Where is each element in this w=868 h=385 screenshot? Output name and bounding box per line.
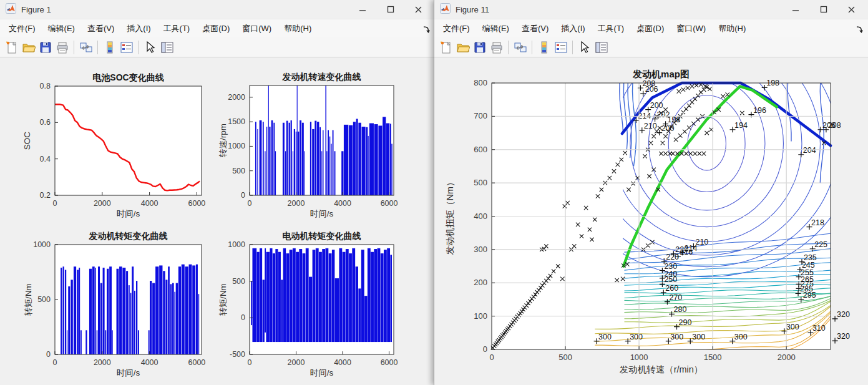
menu-item-desktop[interactable]: 桌面(D): [630, 20, 670, 37]
new-figure-button[interactable]: [437, 39, 454, 56]
svg-text:600: 600: [474, 145, 487, 154]
open-file-button[interactable]: [20, 39, 37, 56]
menu-bar: 文件(F)编辑(E)查看(V)插入(I)工具(T)桌面(D)窗口(W)帮助(H): [0, 19, 435, 37]
menu-item-desktop[interactable]: 桌面(D): [196, 20, 236, 37]
menu-item-view[interactable]: 查看(V): [515, 20, 555, 37]
link-plot-icon: [514, 41, 527, 54]
svg-text:320: 320: [837, 310, 850, 319]
minimize-button[interactable]: [348, 0, 376, 19]
close-button[interactable]: [837, 0, 866, 19]
save-figure-icon: [473, 41, 487, 54]
svg-text:208: 208: [828, 121, 841, 130]
svg-text:290: 290: [679, 318, 692, 327]
link-plot-button[interactable]: [512, 39, 529, 56]
svg-text:时间/s: 时间/s: [117, 368, 140, 378]
maximize-button[interactable]: [376, 0, 404, 19]
svg-text:320: 320: [837, 332, 850, 341]
menu-item-edit[interactable]: 编辑(E): [476, 20, 515, 37]
property-editor-icon: [160, 41, 174, 54]
svg-text:310: 310: [812, 324, 826, 333]
menu-item-window[interactable]: 窗口(W): [670, 20, 712, 37]
svg-text:1000: 1000: [228, 142, 245, 150]
menu-item-view[interactable]: 查看(V): [81, 20, 120, 37]
minimize-button[interactable]: [781, 0, 809, 19]
menu-item-window[interactable]: 窗口(W): [236, 20, 278, 37]
svg-text:6000: 6000: [188, 199, 206, 208]
figure1-titlebar[interactable]: Figure 1: [0, 0, 435, 19]
figure-toolbar: [0, 37, 435, 57]
figure11-titlebar[interactable]: Figure 11: [434, 0, 868, 19]
matlab-icon: [6, 3, 16, 16]
insert-legend-button[interactable]: [118, 39, 135, 56]
menu-item-file[interactable]: 文件(F): [437, 20, 476, 37]
svg-text:4000: 4000: [334, 358, 351, 367]
new-figure-button[interactable]: [3, 39, 20, 56]
svg-text:2000: 2000: [288, 358, 305, 367]
svg-text:发动机转速变化曲线: 发动机转速变化曲线: [282, 72, 361, 82]
svg-text:0.2: 0.2: [40, 191, 51, 200]
toolbar-separator: [508, 41, 509, 54]
insert-colorbar-button[interactable]: [535, 39, 552, 56]
svg-text:0: 0: [241, 191, 245, 200]
svg-text:时间/s: 时间/s: [310, 368, 334, 378]
new-figure-icon: [439, 41, 453, 54]
link-plot-button[interactable]: [77, 39, 94, 56]
svg-text:4000: 4000: [334, 199, 351, 208]
edit-plot-icon: [578, 41, 592, 54]
svg-text:194: 194: [734, 121, 748, 130]
save-figure-button[interactable]: [471, 39, 488, 56]
svg-text:500: 500: [232, 277, 245, 286]
figure-toolbar: [434, 37, 868, 57]
svg-text:204: 204: [803, 146, 816, 155]
insert-colorbar-button[interactable]: [101, 39, 118, 56]
menu-item-file[interactable]: 文件(F): [2, 20, 42, 37]
svg-text:300: 300: [734, 333, 748, 341]
open-file-button[interactable]: [454, 39, 471, 56]
print-figure-button[interactable]: [54, 39, 71, 56]
menu-item-insert[interactable]: 插入(I): [555, 20, 591, 37]
svg-text:206: 206: [645, 85, 658, 94]
property-editor-button[interactable]: [158, 39, 175, 56]
maximize-button[interactable]: [809, 0, 837, 19]
figure1-window: Figure 1 文件(F)编辑(E)查看(V)插入(I)工具(T)桌面(D)窗…: [0, 0, 435, 385]
dock-figure-icon[interactable]: [856, 25, 864, 36]
menu-item-edit[interactable]: 编辑(E): [42, 20, 81, 37]
svg-text:0: 0: [489, 353, 494, 362]
svg-text:2000: 2000: [94, 358, 111, 367]
menu-item-insert[interactable]: 插入(I): [120, 20, 157, 37]
dock-figure-icon[interactable]: [422, 25, 431, 36]
svg-text:210: 210: [644, 122, 657, 130]
svg-text:6000: 6000: [188, 358, 206, 367]
save-figure-button[interactable]: [37, 39, 54, 56]
svg-text:300: 300: [786, 323, 799, 331]
edit-plot-button[interactable]: [576, 39, 593, 56]
figure11-canvas: 2082062002142021982102001961941982062082…: [434, 57, 868, 385]
svg-text:1500: 1500: [228, 117, 245, 126]
window-title: Figure 11: [456, 5, 489, 14]
svg-text:800: 800: [474, 78, 487, 87]
svg-text:2000: 2000: [94, 199, 111, 208]
menu-item-help[interactable]: 帮助(H): [278, 20, 318, 37]
close-button[interactable]: [404, 0, 432, 19]
figure1-canvas: 02000400060000.20.40.60.8电池SOC变化曲线时间/sSO…: [0, 57, 435, 385]
print-figure-button[interactable]: [488, 39, 505, 56]
insert-legend-button[interactable]: [552, 39, 569, 56]
menu-item-tools[interactable]: 工具(T): [157, 20, 197, 37]
svg-text:2000: 2000: [288, 199, 305, 208]
svg-text:发动机map图: 发动机map图: [632, 69, 690, 79]
matlab-icon: [440, 3, 451, 16]
menu-item-help[interactable]: 帮助(H): [712, 20, 752, 37]
toolbar-separator: [532, 41, 532, 54]
svg-text:220: 220: [666, 253, 679, 261]
menu-item-tools[interactable]: 工具(T): [592, 20, 631, 37]
svg-text:4000: 4000: [141, 199, 158, 208]
svg-text:214: 214: [638, 112, 651, 120]
print-figure-icon: [56, 41, 69, 54]
link-plot-icon: [79, 41, 93, 54]
edit-plot-button[interactable]: [142, 39, 158, 56]
property-editor-button[interactable]: [593, 39, 610, 56]
svg-text:210: 210: [695, 238, 708, 246]
svg-text:2000: 2000: [778, 353, 796, 362]
menu-bar: 文件(F)编辑(E)查看(V)插入(I)工具(T)桌面(D)窗口(W)帮助(H): [434, 19, 868, 37]
engine-map-plot: 2082062002142021982102001961941982062082…: [434, 57, 868, 385]
